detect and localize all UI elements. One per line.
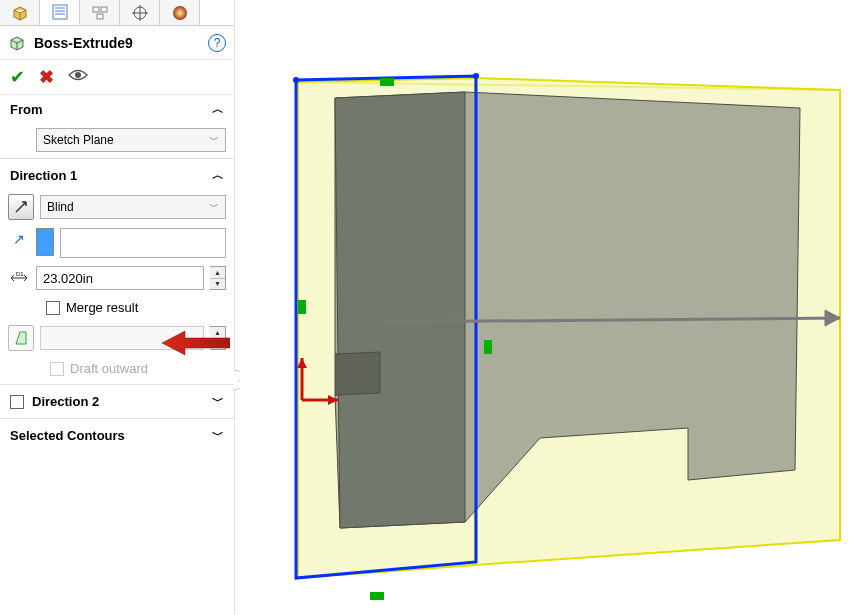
spinner-up[interactable]: ▲ [210, 327, 225, 339]
property-manager-panel: Boss-Extrude9 ? ✔ ✖ From ︿ Sketch Plane … [0, 0, 235, 615]
sphere-icon [171, 4, 189, 22]
crosshair-icon [131, 4, 149, 22]
spinner-down[interactable]: ▼ [210, 339, 225, 350]
draft-outward-row: Draft outward [0, 355, 234, 382]
distance-spinner[interactable]: ▲ ▼ [210, 266, 226, 290]
section-selected-contours-label: Selected Contours [10, 428, 125, 443]
draft-outward-checkbox [50, 362, 64, 376]
feature-header: Boss-Extrude9 ? [0, 26, 234, 60]
svg-text:D1: D1 [16, 271, 24, 277]
merge-result-row[interactable]: Merge result [0, 294, 234, 321]
extrude-icon [8, 34, 26, 52]
tab-appearance[interactable] [160, 0, 200, 25]
section-direction2-header[interactable]: Direction 2 ﹀ [0, 387, 234, 416]
section-direction1-label: Direction 1 [10, 168, 77, 183]
cancel-button[interactable]: ✖ [39, 66, 54, 88]
tab-feature-tree[interactable] [0, 0, 40, 25]
svg-rect-16 [380, 78, 394, 86]
draft-angle-field[interactable] [40, 326, 204, 350]
direction-vector-field[interactable] [60, 228, 226, 258]
chevron-up-icon: ︿ [212, 101, 224, 118]
end-condition-value: Blind [47, 200, 74, 214]
distance-input[interactable]: 23.020in [36, 266, 204, 290]
chevron-down-icon: ﹀ [209, 200, 219, 214]
svg-rect-18 [484, 340, 492, 354]
cube-icon [11, 4, 29, 22]
draft-row: ▲ ▼ [0, 321, 234, 355]
reverse-direction-button[interactable] [8, 194, 34, 220]
section-from-label: From [10, 102, 43, 117]
chevron-up-icon: ︿ [212, 167, 224, 184]
tab-configuration-manager[interactable] [80, 0, 120, 25]
draft-outward-label: Draft outward [70, 361, 148, 376]
ok-button[interactable]: ✔ [10, 66, 25, 88]
model-preview [240, 0, 860, 615]
spinner-up[interactable]: ▲ [210, 267, 225, 279]
direction-color-swatch[interactable] [36, 228, 54, 256]
svg-point-15 [473, 73, 479, 79]
from-selected: Sketch Plane [43, 133, 114, 147]
svg-rect-5 [101, 7, 107, 12]
chevron-down-icon: ﹀ [212, 427, 224, 444]
list-icon [51, 3, 69, 21]
svg-point-11 [75, 72, 81, 78]
reverse-arrow-icon [13, 199, 29, 215]
distance-value: 23.020in [43, 271, 93, 286]
direction2-checkbox[interactable] [10, 395, 24, 409]
spinner-down[interactable]: ▼ [210, 279, 225, 290]
distance-row: D1 23.020in ▲ ▼ [0, 262, 234, 294]
from-dropdown[interactable]: Sketch Plane ﹀ [36, 128, 226, 152]
help-button[interactable]: ? [208, 34, 226, 52]
eye-icon [68, 68, 88, 82]
distance-icon: D1 [8, 267, 30, 289]
feature-title: Boss-Extrude9 [34, 35, 208, 51]
svg-rect-17 [298, 300, 306, 314]
panel-tabs [0, 0, 234, 26]
end-condition-row: Blind ﹀ [0, 190, 234, 224]
section-from-header[interactable]: From ︿ [0, 95, 234, 124]
graphics-viewport[interactable] [240, 0, 866, 615]
chevron-down-icon: ﹀ [209, 133, 219, 147]
merge-result-label: Merge result [66, 300, 138, 315]
from-row: Sketch Plane ﹀ [0, 124, 234, 156]
svg-rect-19 [370, 592, 384, 600]
chevron-down-icon: ﹀ [212, 393, 224, 410]
draft-icon [12, 329, 30, 347]
draft-button[interactable] [8, 325, 34, 351]
draft-spinner[interactable]: ▲ ▼ [210, 326, 226, 350]
svg-point-10 [173, 6, 187, 20]
tab-property-manager[interactable] [40, 0, 80, 25]
svg-rect-0 [53, 5, 67, 19]
direction-arrow-icon: ↗ [8, 228, 30, 250]
confirmation-row: ✔ ✖ [0, 60, 234, 95]
section-selected-contours-header[interactable]: Selected Contours ﹀ [0, 421, 234, 450]
section-direction1-header[interactable]: Direction 1 ︿ [0, 161, 234, 190]
spacer [8, 129, 30, 151]
svg-point-14 [293, 77, 299, 83]
section-direction2-label: Direction 2 [32, 394, 99, 409]
end-condition-dropdown[interactable]: Blind ﹀ [40, 195, 226, 219]
config-icon [91, 4, 109, 22]
svg-rect-6 [97, 14, 103, 19]
tab-dimxpert[interactable] [120, 0, 160, 25]
direction-vector-row: ↗ [0, 224, 234, 262]
preview-button[interactable] [68, 68, 88, 86]
merge-result-checkbox[interactable] [46, 301, 60, 315]
svg-rect-4 [93, 7, 99, 12]
